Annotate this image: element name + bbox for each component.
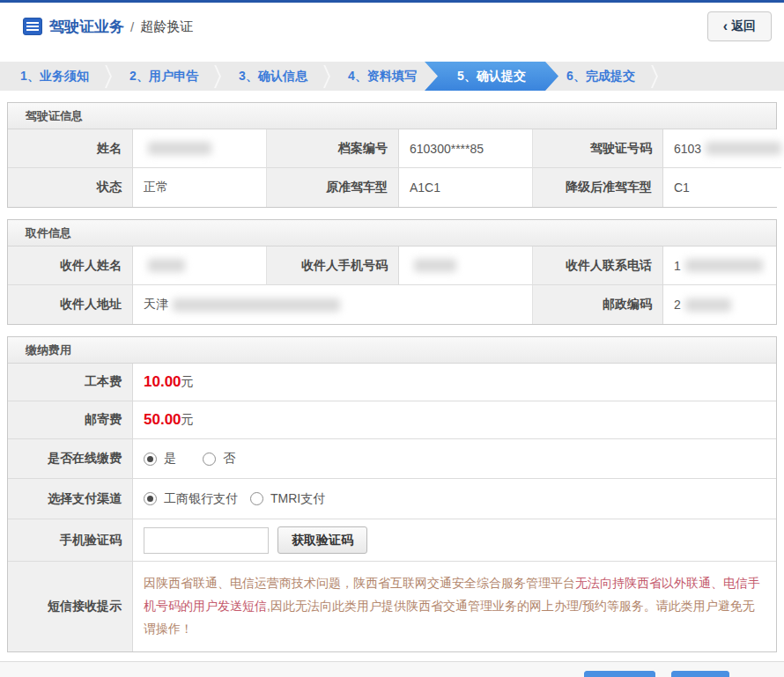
fee-label: 工本费 [8, 364, 133, 401]
phone-prefix: 1 [674, 259, 681, 273]
orig-class-label: 原准驾车型 [267, 168, 399, 207]
step-2-user-declaration[interactable]: 2、用户申告 [109, 62, 218, 91]
page-title: 驾驶证业务 [49, 17, 124, 37]
postage-unit: 元 [181, 412, 194, 428]
online-pay-label: 是否在线缴费 [8, 439, 133, 479]
zip-prefix: 2 [674, 298, 681, 312]
payment-table: 工本费 10.00 元 邮寄费 50.00 元 是否在线缴费 是 否 [8, 364, 776, 651]
captcha-row: 获取验证码 [133, 519, 776, 562]
sms-notice-text: 因陕西省联通、电信运营商技术问题，陕西省互联网交通安全综合服务管理平台无法向持陕… [133, 562, 776, 651]
header: 驾驶证业务 / 超龄换证 ‹ 返回 [0, 3, 784, 50]
notice-part-1: 因陕西省联通、电信运营商技术问题，陕西省互联网交通安全综合服务管理平台 [144, 576, 575, 590]
chevron-left-icon: ‹ [723, 19, 728, 33]
channel-icbc-label: 工商银行支付 [164, 491, 238, 507]
downgraded-class-label: 降级后准驾车型 [533, 168, 663, 207]
section-license-title: 驾驶证信息 [8, 103, 776, 129]
back-button-label: 返回 [731, 18, 756, 34]
redacted-zip [685, 298, 731, 312]
online-yes-option[interactable]: 是 [144, 451, 176, 467]
downgraded-class-value: C1 [663, 168, 781, 207]
step-wizard: 1、业务须知 2、用户申告 3、确认信息 4、资料填写 5、确认提交 6、完成提… [0, 62, 784, 91]
online-no-option[interactable]: 否 [203, 451, 235, 467]
channel-icbc-option[interactable]: 工商银行支付 [144, 491, 238, 507]
fee-amount: 10.00 [144, 373, 181, 391]
get-captcha-button[interactable]: 获取验证码 [277, 526, 367, 554]
fee-value: 10.00 元 [133, 364, 776, 401]
redacted-name [148, 142, 211, 155]
file-no-label: 档案编号 [267, 129, 399, 168]
zip-label: 邮政编码 [533, 285, 663, 324]
previous-step-button[interactable]: 上一步 [584, 671, 655, 677]
page: 驾驶证业务 / 超龄换证 ‹ 返回 1、业务须知 2、用户申告 3、确认信息 4… [0, 0, 784, 677]
redacted-license-no [706, 142, 781, 155]
sms-notice-label: 短信接收提示 [8, 562, 133, 651]
radio-unselected-icon[interactable] [203, 453, 216, 466]
pay-channel-label: 选择支付渠道 [8, 479, 133, 519]
pay-channel-options: 工商银行支付 TMRI支付 [133, 479, 776, 519]
captcha-input[interactable] [144, 527, 269, 554]
postage-label: 邮寄费 [8, 401, 133, 439]
step-1-business-notes[interactable]: 1、业务须知 [0, 62, 109, 91]
section-pickup-info: 取件信息 收件人姓名 收件人手机号码 收件人联系电话 1 收件人地址 天津 邮政… [7, 219, 777, 325]
step-3-confirm-info[interactable]: 3、确认信息 [218, 62, 328, 91]
back-button[interactable]: ‹ 返回 [707, 11, 772, 41]
address-prefix: 天津 [144, 297, 168, 313]
pickup-table: 收件人姓名 收件人手机号码 收件人联系电话 1 收件人地址 天津 邮政编码 2 [8, 247, 776, 324]
recipient-name-value [133, 247, 267, 285]
step-5-confirm-submit-active[interactable]: 5、确认提交 [425, 62, 558, 91]
online-no-label: 否 [223, 451, 235, 467]
phone-value: 1 [663, 247, 776, 285]
breadcrumb-subtitle: 超龄换证 [140, 18, 193, 35]
postage-amount: 50.00 [144, 411, 181, 429]
zip-value: 2 [663, 285, 776, 324]
redacted-mobile [414, 259, 456, 272]
name-value [133, 129, 267, 168]
redacted-phone [685, 259, 763, 272]
address-label: 收件人地址 [8, 285, 133, 324]
license-no-value: 6103 [663, 129, 781, 168]
breadcrumb-separator: / [130, 19, 134, 34]
status-label: 状态 [8, 168, 133, 207]
footer-action-bar: 上一步 完成 [0, 661, 784, 677]
section-payment-title: 缴纳费用 [8, 337, 776, 364]
license-no-label: 驾驶证号码 [533, 129, 663, 168]
status-value: 正常 [133, 168, 267, 207]
radio-unselected-icon[interactable] [250, 492, 263, 505]
radio-selected-icon[interactable] [144, 492, 157, 505]
section-license-info: 驾驶证信息 姓名 档案编号 610300****85 驾驶证号码 6103 状态… [7, 102, 777, 208]
section-payment: 缴纳费用 工本费 10.00 元 邮寄费 50.00 元 是否在线缴费 是 否 [7, 336, 777, 652]
license-table: 姓名 档案编号 610300****85 驾驶证号码 6103 状态 正常 原准… [8, 129, 776, 207]
captcha-label: 手机验证码 [8, 519, 133, 562]
address-value: 天津 [133, 285, 533, 324]
section-pickup-title: 取件信息 [8, 220, 776, 247]
channel-tmri-label: TMRI支付 [270, 491, 325, 507]
redacted-address [173, 298, 340, 312]
online-yes-label: 是 [164, 451, 176, 467]
online-pay-options: 是 否 [133, 439, 776, 479]
mobile-value [399, 247, 533, 285]
postage-value: 50.00 元 [133, 401, 776, 439]
phone-label: 收件人联系电话 [533, 247, 663, 285]
channel-tmri-option[interactable]: TMRI支付 [250, 491, 325, 507]
form-list-icon [23, 17, 42, 36]
license-no-prefix: 6103 [674, 142, 701, 156]
step-4-fill-materials[interactable]: 4、资料填写 [328, 62, 437, 91]
recipient-name-label: 收件人姓名 [8, 247, 133, 285]
mobile-label: 收件人手机号码 [267, 247, 399, 285]
name-label: 姓名 [8, 129, 133, 168]
finish-button[interactable]: 完成 [671, 671, 729, 677]
step-6-finish-submit[interactable]: 6、完成提交 [546, 62, 655, 91]
fee-unit: 元 [181, 374, 194, 390]
redacted-recipient-name [148, 259, 185, 272]
radio-selected-icon[interactable] [144, 453, 157, 466]
orig-class-value: A1C1 [399, 168, 533, 207]
file-no-value: 610300****85 [399, 129, 533, 168]
